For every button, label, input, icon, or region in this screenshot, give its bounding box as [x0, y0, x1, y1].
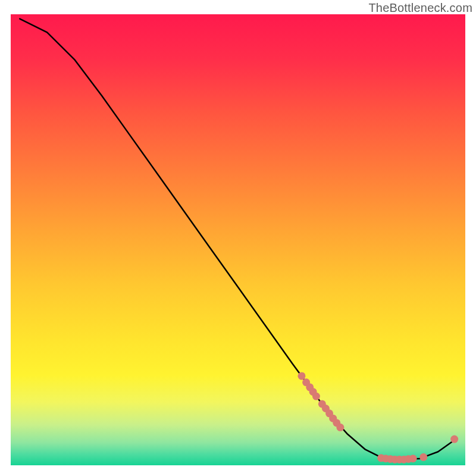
- data-marker: [312, 393, 320, 400]
- data-marker: [336, 424, 344, 431]
- data-marker: [298, 372, 305, 380]
- plot-background: [11, 14, 465, 465]
- data-marker: [450, 436, 458, 443]
- bottleneck-chart: TheBottleneck.com: [0, 0, 476, 476]
- chart-svg: [0, 0, 476, 476]
- data-marker: [409, 455, 417, 462]
- marker-group-2: [450, 436, 458, 443]
- data-marker: [419, 453, 427, 461]
- watermark-label: TheBottleneck.com: [368, 1, 472, 15]
